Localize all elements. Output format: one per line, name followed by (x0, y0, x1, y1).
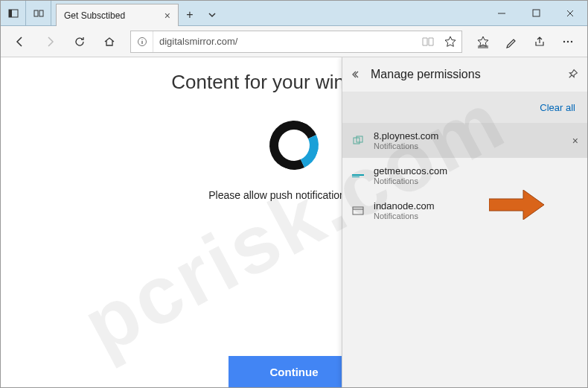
svg-rect-3 (39, 10, 43, 16)
remove-permission-icon[interactable]: × (572, 135, 578, 147)
url-text: digitalsmirror.com/ (153, 36, 417, 47)
loading-spinner-icon (263, 114, 326, 177)
reading-view-icon[interactable] (417, 36, 439, 47)
tab-title: Get Subsctibed (64, 10, 125, 21)
continue-button[interactable]: Continue (229, 356, 359, 387)
svg-rect-1 (9, 10, 12, 17)
permission-domain: 8.ploynest.com (374, 130, 438, 141)
permission-item[interactable]: getmeuncos.com Notifications (342, 158, 587, 193)
tab-close-icon[interactable]: × (164, 10, 170, 22)
page-content: Content for your windows 10 Please allow… (1, 57, 587, 387)
permission-item[interactable]: indanode.com Notifications (342, 193, 587, 228)
permission-domain: indanode.com (374, 200, 435, 212)
svg-rect-16 (352, 174, 364, 176)
site-icon (351, 169, 365, 182)
panel-header: Manage permissions (342, 57, 587, 92)
window-controls (485, 1, 587, 25)
panel-title: Manage permissions (371, 68, 481, 81)
permission-domain: getmeuncos.com (374, 165, 447, 176)
maximize-button[interactable] (519, 1, 553, 25)
permissions-list: 8.ploynest.com Notifications × getmeunco… (342, 123, 587, 228)
permission-type: Notifications (374, 176, 447, 185)
site-icon (351, 204, 365, 217)
svg-rect-17 (352, 176, 359, 177)
toolbar-right (470, 28, 581, 55)
svg-rect-5 (533, 10, 540, 16)
tabs-aside-button[interactable] (1, 1, 26, 25)
more-button[interactable] (555, 28, 581, 55)
svg-rect-18 (353, 207, 363, 214)
clear-all-link[interactable]: Clear all (540, 102, 575, 113)
minimize-button[interactable] (485, 1, 519, 25)
browser-tab[interactable]: Get Subsctibed × (56, 4, 179, 26)
site-icon (351, 134, 365, 147)
titlebar-left (1, 1, 51, 25)
permission-info: 8.ploynest.com Notifications (374, 130, 438, 150)
svg-point-13 (571, 40, 572, 42)
back-button[interactable] (7, 28, 33, 55)
permission-item[interactable]: 8.ploynest.com Notifications × (342, 123, 587, 158)
permission-type: Notifications (374, 141, 438, 150)
permissions-panel: Manage permissions Clear all 8.ploynest.… (342, 57, 587, 387)
svg-rect-2 (34, 10, 38, 16)
svg-point-11 (563, 40, 565, 42)
site-info-icon[interactable] (131, 31, 153, 52)
favorites-button[interactable] (470, 28, 496, 55)
toolbar: digitalsmirror.com/ (1, 26, 587, 57)
favorite-star-icon[interactable] (439, 36, 461, 48)
home-button[interactable] (96, 28, 123, 55)
tabs-preview-button[interactable] (26, 1, 51, 25)
new-tab-button[interactable]: + (179, 4, 201, 25)
pin-icon[interactable] (566, 69, 578, 80)
permission-type: Notifications (374, 212, 435, 220)
browser-window: Get Subsctibed × + digitalsmirror.com/ (0, 0, 588, 388)
svg-point-12 (567, 40, 569, 42)
forward-button[interactable] (36, 28, 63, 55)
tab-dropdown-button[interactable] (201, 4, 223, 25)
permission-info: getmeuncos.com Notifications (374, 165, 447, 185)
titlebar: Get Subsctibed × + (1, 1, 587, 26)
share-button[interactable] (526, 28, 553, 55)
panel-back-icon[interactable] (351, 69, 362, 80)
refresh-button[interactable] (66, 28, 93, 55)
address-bar[interactable]: digitalsmirror.com/ (130, 31, 462, 53)
close-window-button[interactable] (553, 1, 587, 25)
panel-toolbar: Clear all (342, 92, 587, 123)
notes-button[interactable] (498, 28, 525, 55)
permission-info: indanode.com Notifications (374, 200, 435, 220)
